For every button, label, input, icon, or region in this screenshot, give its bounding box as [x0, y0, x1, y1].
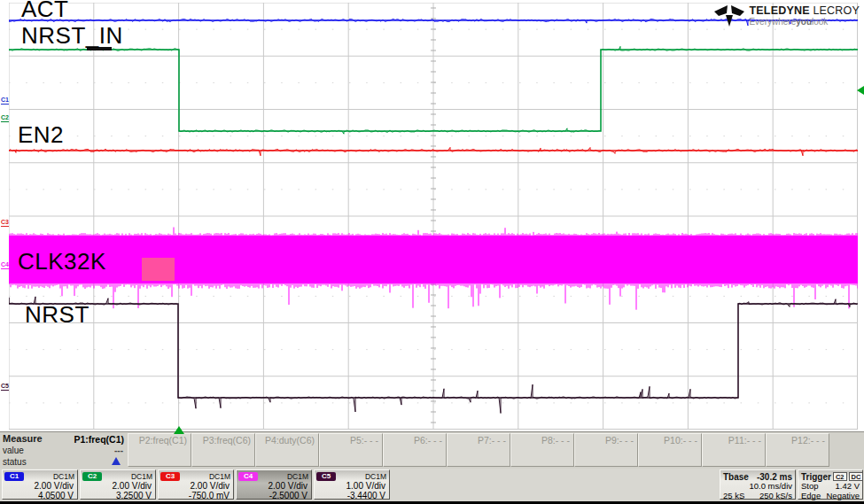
measure-param-p9[interactable]: P9:- - - — [574, 433, 638, 467]
waveform-traces — [9, 3, 858, 430]
channel-coupling: DC1M — [209, 472, 230, 481]
measure-row-status: status — [3, 457, 27, 467]
measure-param-p7[interactable]: P7:- - - — [447, 433, 510, 467]
channel-descriptor-c2[interactable]: C2DC1M2.00 V/div3.2500 V — [80, 469, 156, 500]
measure-param-label: P9:- - - — [605, 435, 634, 446]
channel-offset: 3.2500 V — [81, 492, 155, 501]
channel-badge-c3: C3 — [160, 472, 180, 481]
warning-triangle-icon — [112, 457, 121, 465]
trigger-level: 1.42 V — [836, 482, 860, 492]
measure-panel: Measure value status P1:freq(C1)---P2:fr… — [0, 431, 864, 469]
ground-marker-c2[interactable]: C2 — [1, 114, 9, 122]
trigger-slope: Negative — [827, 492, 860, 501]
channel-offset: 4.0500 V — [3, 492, 77, 501]
trace-label-clk32k: CLK32K — [18, 250, 106, 273]
trigger-box[interactable]: Trigger C2 DC Stop1.42 V EdgeNegative — [798, 469, 863, 500]
channel-badge-c4: C4 — [238, 472, 258, 481]
channel-descriptor-bar: C1DC1M2.00 V/div4.0500 VC2DC1M2.00 V/div… — [0, 469, 864, 501]
trigger-mode: Stop — [801, 482, 819, 492]
trigger-label: Trigger — [801, 472, 831, 482]
channel-coupling: DC1M — [287, 472, 308, 481]
measure-row-value: value — [3, 446, 24, 455]
channel-coupling: DC1M — [131, 472, 152, 481]
measure-param-p3[interactable]: P3:freq(C6) — [191, 433, 255, 467]
trace-label-nrst-in: NRST_IN — [21, 24, 123, 47]
timebase-samples: 25 kS — [723, 492, 744, 501]
timebase-label: Tbase — [723, 472, 749, 482]
timebase-box[interactable]: Tbase -30.2 ms 10.0 ms/div 25 kS250 kS/s — [720, 469, 796, 500]
trace-label-nrst: NRST — [25, 303, 90, 326]
channel-offset: -750.0 mV — [159, 492, 233, 501]
channel-coupling: DC1M — [365, 472, 386, 481]
trace-label-act: ACT — [21, 0, 69, 20]
measure-param-label: P10:- - - — [664, 435, 697, 446]
channel-descriptor-c4[interactable]: C4DC1M2.00 V/div-2.5000 V — [236, 469, 312, 500]
measure-param-label: P4:duty(C6) — [265, 435, 315, 446]
measure-param-label: P8:- - - — [541, 435, 570, 446]
measure-param-label: P7:- - - — [478, 435, 506, 446]
channel-scale: 2.00 V/div — [81, 482, 155, 492]
channel-scale: 2.00 V/div — [3, 482, 77, 492]
channel-descriptor-c1[interactable]: C1DC1M2.00 V/div4.0500 V — [2, 469, 78, 500]
channel-scale: 2.00 V/div — [237, 482, 311, 492]
trace-label-en2: EN2 — [18, 123, 64, 146]
measure-param-p4[interactable]: P4:duty(C6) — [255, 433, 319, 467]
measure-param-label: P11:- - - — [728, 435, 761, 446]
channel-badge-c5: C5 — [316, 472, 336, 481]
measure-param-p1[interactable]: P1:freq(C1)--- — [64, 433, 128, 467]
teledyne-lecroy-logo: TELEDYNE LECROY Everywhereyoulook — [713, 5, 860, 27]
measure-title: Measure — [3, 433, 43, 444]
measure-param-p11[interactable]: P11:- - - — [702, 433, 766, 467]
measure-param-label: P5:- - - — [350, 435, 378, 446]
channel-badge-c1: C1 — [4, 472, 24, 481]
ground-marker-c4[interactable]: C4 — [1, 261, 9, 269]
trigger-time-marker[interactable] — [174, 426, 184, 434]
measure-param-label: P3:freq(C6) — [203, 435, 251, 446]
channel-descriptor-c3[interactable]: C3DC1M2.00 V/div-750.0 mV — [158, 469, 234, 500]
oscilloscope-screen: ACT NRST_IN EN2 CLK32K NRST TELEDYNE LEC… — [0, 0, 864, 504]
ground-marker-c5[interactable]: C5 — [1, 383, 9, 391]
measure-param-label: P1:freq(C1) — [74, 434, 124, 445]
brand-tagline: Everywhereyoulook — [749, 17, 860, 27]
trigger-source-badge: C2 — [833, 472, 847, 481]
channel-descriptor-c5[interactable]: C5DC1M1.00 V/div-3.4400 V — [314, 469, 390, 500]
measure-param-p8[interactable]: P8:- - - — [510, 433, 574, 467]
lecroy-wings-icon — [713, 5, 745, 27]
measure-param-p10[interactable]: P10:- - - — [638, 433, 702, 467]
trigger-coupling-badge: DC — [849, 472, 864, 481]
channel-coupling: DC1M — [53, 472, 74, 481]
measure-param-value: --- — [114, 446, 123, 455]
timebase-offset: -30.2 ms — [757, 472, 792, 482]
measure-param-label: P12:- - - — [791, 435, 825, 446]
trigger-type: Edge — [801, 492, 821, 501]
measure-parameter-columns: P1:freq(C1)---P2:freq(C1)P3:freq(C6)P4:d… — [64, 433, 829, 468]
channel-offset: -3.4400 V — [315, 492, 389, 501]
ground-marker-c3[interactable]: C3 — [1, 219, 9, 227]
measure-param-p5[interactable]: P5:- - - — [319, 433, 383, 467]
measure-param-label: P2:freq(C1) — [139, 435, 187, 446]
trigger-level-arrow[interactable] — [857, 86, 864, 95]
measure-param-p2[interactable]: P2:freq(C1) — [128, 433, 191, 467]
channel-badge-c2: C2 — [82, 472, 102, 481]
channel-offset: -2.5000 V — [237, 492, 311, 501]
waveform-display[interactable]: ACT NRST_IN EN2 CLK32K NRST TELEDYNE LEC… — [0, 0, 864, 431]
timebase-scale: 10.0 ms/div — [749, 482, 792, 492]
ground-marker-c1[interactable]: C1 — [1, 97, 9, 105]
timebase-rate: 250 kS/s — [759, 492, 792, 501]
measure-param-p12[interactable]: P12:- - - — [766, 433, 829, 467]
brand-name: TELEDYNE LECROY — [749, 5, 860, 17]
channel-scale: 1.00 V/div — [315, 482, 389, 492]
measure-param-label: P6:- - - — [414, 435, 442, 446]
channel-scale: 2.00 V/div — [159, 482, 233, 492]
measure-param-p6[interactable]: P6:- - - — [383, 433, 447, 467]
